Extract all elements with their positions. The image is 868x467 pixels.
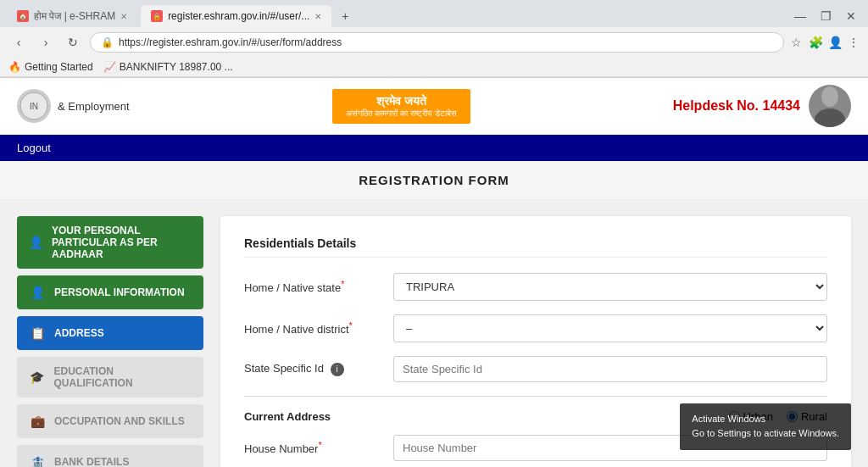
extensions-icon[interactable]: 🧩 — [809, 36, 823, 49]
logo-text: & Employment — [58, 100, 130, 113]
sidebar-address-label: ADDRESS — [54, 327, 104, 339]
tab-1[interactable]: 🏠 होम पेज | e-SHRAM ✕ — [7, 5, 137, 27]
logo-area: IN & Employment — [17, 89, 130, 123]
forward-button[interactable]: › — [36, 32, 56, 53]
svg-point-3 — [815, 108, 845, 127]
sidebar-occupation-label: OCCUPATION AND SKILLS — [54, 415, 185, 427]
home-state-select[interactable]: TRIPURA — [393, 273, 827, 301]
menu-icon[interactable]: ⋮ — [848, 36, 860, 49]
helpdesk-area: Helpdesk No. 14434 — [673, 85, 851, 127]
home-district-select[interactable]: – — [393, 314, 827, 342]
sidebar-aadhaar-label: YOUR PERSONAL PARTICULAR AS PER AADHAAR — [52, 225, 192, 260]
bookmark2-label: BANKNIFTY 18987.00 ... — [120, 61, 233, 73]
tab-bar: 🏠 होम पेज | e-SHRAM ✕ 🔒 register.eshram.… — [0, 0, 868, 27]
restore-button[interactable]: ❐ — [815, 6, 836, 26]
bookmarks-bar: 🔥 Getting Started 📈 BANKNIFTY 18987.00 .… — [0, 58, 868, 77]
state-specific-id-input[interactable] — [393, 356, 827, 382]
url-text: https://register.eshram.gov.in/#/user/fo… — [119, 36, 773, 48]
browser-chrome: 🏠 होम पेज | e-SHRAM ✕ 🔒 register.eshram.… — [0, 0, 868, 78]
lock-icon: 🔒 — [101, 36, 114, 48]
personal-icon: 👤 — [29, 284, 46, 301]
info-icon[interactable]: i — [331, 363, 344, 376]
sidebar: 👤 YOUR PERSONAL PARTICULAR AS PER AADHAA… — [17, 216, 203, 467]
house-number-label: House Number* — [244, 440, 380, 455]
bookmark-star-icon[interactable]: ☆ — [791, 36, 802, 49]
sidebar-item-aadhaar[interactable]: 👤 YOUR PERSONAL PARTICULAR AS PER AADHAA… — [17, 216, 203, 269]
new-tab-button[interactable]: + — [335, 6, 355, 26]
sidebar-item-personal[interactable]: 👤 PERSONAL INFORMATION — [17, 275, 203, 309]
shram-banner: श्रमेव जयते असंगठित कामगारों का राष्ट्री… — [332, 89, 470, 124]
svg-point-2 — [821, 86, 838, 107]
page-title-bar: REGISTRATION FORM — [0, 161, 868, 199]
tab2-close[interactable]: ✕ — [314, 12, 321, 21]
home-district-label: Home / Native district* — [244, 320, 380, 336]
activate-line2: Go to Settings to activate Windows. — [692, 426, 839, 442]
state-specific-id-label: State Specific Id i — [244, 362, 380, 376]
page-title: REGISTRATION FORM — [359, 173, 509, 187]
bank-icon: 🏦 — [29, 453, 46, 467]
shram-banner-container: श्रमेव जयते असंगठित कामगारों का राष्ट्री… — [332, 89, 470, 124]
shram-line2: असंगठित कामगारों का राष्ट्रीय डेटाबेस — [346, 108, 457, 119]
address-icon: 📋 — [29, 325, 46, 342]
sidebar-item-address[interactable]: 📋 ADDRESS — [17, 316, 203, 350]
aadhaar-icon: 👤 — [29, 234, 43, 251]
header-person-avatar — [809, 85, 851, 127]
site-header: IN & Employment श्रमेव जयते असंगठित कामग… — [0, 78, 868, 135]
tab-2[interactable]: 🔒 register.eshram.gov.in/#/user/... ✕ — [141, 5, 331, 27]
tab1-close[interactable]: ✕ — [120, 12, 127, 21]
address-bar-row: ‹ › ↻ 🔒 https://register.eshram.gov.in/#… — [0, 27, 868, 58]
current-address-title: Current Address — [244, 410, 331, 423]
tab2-favicon: 🔒 — [151, 10, 163, 22]
nav-bar: Logout — [0, 135, 868, 161]
sidebar-education-label: EDUCATION QUALIFICATION — [53, 365, 192, 389]
sidebar-item-occupation[interactable]: 💼 OCCUPATION AND SKILLS — [17, 404, 203, 438]
education-icon: 🎓 — [29, 369, 45, 386]
back-button[interactable]: ‹ — [8, 32, 29, 53]
minimize-button[interactable]: — — [790, 6, 810, 26]
tab1-favicon: 🏠 — [17, 10, 29, 22]
state-specific-id-row: State Specific Id i — [244, 356, 827, 382]
shram-line1: श्रमेव जयते — [346, 94, 457, 108]
section-title: Residentials Details — [244, 236, 827, 258]
close-button[interactable]: ✕ — [841, 6, 861, 26]
bookmark2-icon: 📈 — [103, 61, 116, 73]
logout-link[interactable]: Logout — [17, 142, 51, 154]
sidebar-personal-label: PERSONAL INFORMATION — [54, 286, 185, 298]
home-state-label: Home / Native state* — [244, 279, 380, 294]
bookmark1-icon: 🔥 — [8, 61, 21, 73]
activate-windows-watermark: Activate Windows Go to Settings to activ… — [680, 403, 851, 450]
sidebar-item-bank[interactable]: 🏦 BANK DETAILS — [17, 445, 203, 467]
tab1-label: होम पेज | e-SHRAM — [34, 10, 115, 22]
bookmark-getting-started[interactable]: 🔥 Getting Started — [8, 61, 93, 73]
profile-icon[interactable]: 👤 — [828, 36, 843, 49]
section-divider — [244, 396, 827, 397]
sidebar-item-education[interactable]: 🎓 EDUCATION QUALIFICATION — [17, 357, 203, 398]
svg-text:IN: IN — [30, 102, 38, 111]
address-bar[interactable]: 🔒 https://register.eshram.gov.in/#/user/… — [90, 32, 784, 53]
reload-button[interactable]: ↻ — [63, 32, 83, 53]
activate-line1: Activate Windows — [692, 412, 839, 427]
occupation-icon: 💼 — [29, 413, 46, 430]
sidebar-bank-label: BANK DETAILS — [54, 456, 129, 467]
emblem-logo: IN — [17, 89, 51, 123]
helpdesk-text: Helpdesk No. 14434 — [673, 98, 800, 114]
home-district-row: Home / Native district* – — [244, 314, 827, 342]
bookmark1-label: Getting Started — [25, 61, 93, 73]
home-state-row: Home / Native state* TRIPURA — [244, 273, 827, 301]
browser-right-icons: 🧩 👤 ⋮ — [809, 36, 860, 49]
tab2-label: register.eshram.gov.in/#/user/... — [168, 10, 309, 22]
bookmark-banknifty[interactable]: 📈 BANKNIFTY 18987.00 ... — [103, 61, 233, 73]
